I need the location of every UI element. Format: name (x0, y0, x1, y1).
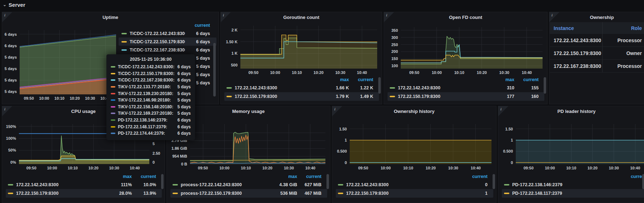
legend-scrollbar[interactable] (493, 174, 495, 189)
svg-text:10:30: 10:30 (335, 70, 345, 75)
table-header-instance[interactable]: Instance (550, 25, 602, 31)
panel-open-fd-count: i Open FD count 09:5010:0010:1010:2010:3… (384, 12, 548, 104)
panel-title[interactable]: Open FD count (395, 15, 536, 20)
pd-leader-chart[interactable]: 09:5010:0010:1010:2010:3010:401.5010.500… (499, 115, 644, 170)
legend-header[interactable]: current (514, 77, 539, 82)
legend-value: 10.0% (132, 182, 156, 187)
legend-series-name[interactable]: TiCDC-172.22.150.179:8300 (130, 39, 185, 44)
series-color-dash (111, 113, 115, 114)
legend-header[interactable]: current (132, 174, 156, 179)
legend-series-name[interactable]: process-172.22.150.179:8300 (181, 191, 273, 196)
panel-info-icon[interactable] (498, 106, 508, 116)
tooltip-series-name: TiKV-172.22.146.98:20180: (118, 98, 171, 103)
series-color-dash (504, 184, 509, 185)
legend-scrollbar[interactable] (161, 174, 164, 189)
tooltip-series-name: TiCDC-172.22.167.238:8300: (118, 78, 175, 83)
panel-info-icon[interactable] (221, 12, 231, 22)
tooltip-series-name: TiCDC-172.22.142.243:8300: (118, 64, 175, 69)
panel-title[interactable]: Ownership history (343, 109, 485, 114)
panel-info-icon[interactable] (332, 106, 342, 116)
legend-header[interactable]: current (468, 174, 488, 179)
legend-row[interactable]: process-172.22.142.243:83004.38 GiB627 M… (170, 180, 327, 189)
legend-scrollbar[interactable] (326, 174, 329, 189)
legend-row[interactable]: process-172.22.150.179:8300536 MiB467 Mi… (170, 189, 327, 198)
legend-row[interactable]: 172.22.150.179:83001 (336, 189, 493, 198)
legend-headers: current (119, 21, 216, 29)
panel-title[interactable]: Uptime (13, 15, 208, 20)
legend-row[interactable]: TiCDC-172.22.167.238:83006 days (119, 46, 216, 54)
graph-tooltip: 2025-11-25 10:36:00 TiCDC-172.22.142.243… (106, 54, 195, 140)
tooltip-series-name: TiKV-172.22.139.230:20180: (118, 91, 173, 96)
legend-row[interactable]: 172.22.142.243:83000 (336, 180, 493, 189)
svg-text:954 MiB: 954 MiB (172, 154, 187, 158)
legend-header[interactable]: current (185, 23, 210, 28)
tooltip-row: TiCDC-172.22.142.243:8300: 6 days (111, 64, 191, 70)
legend-value: 1.66 K (325, 85, 349, 90)
panel-title[interactable]: Ownership (560, 15, 644, 20)
chevron-down-icon: ⌄ (3, 2, 6, 7)
row-header-server[interactable]: ⌄ Server (3, 2, 25, 8)
legend-series-name[interactable]: 172.22.142.243:8300 (235, 85, 325, 90)
legend-series-name[interactable]: 172.22.150.179:8300 (235, 94, 325, 99)
tooltip-series-value: 5 days (175, 91, 191, 96)
legend-series-name[interactable]: PD-172.22.138.146:2379 (512, 182, 626, 187)
legend-row[interactable]: PD-172.22.138.146:2379 (502, 180, 644, 189)
legend-header[interactable]: max (490, 77, 514, 82)
tooltip-series-value: 6 days (175, 124, 191, 129)
openfd-chart[interactable]: 09:5010:0010:1010:2010:3010:403503002502… (384, 21, 548, 76)
legend-row[interactable]: 172.22.142.243:8300310155 (388, 84, 544, 92)
legend-row[interactable]: 172.22.142.243:83001.66 K1.22 K (224, 84, 379, 92)
legend-row[interactable]: 172.22.150.179:830028.0%13.9% (6, 189, 162, 198)
legend-scrollbar[interactable] (544, 77, 546, 94)
tooltip-series-value: 6 days (175, 78, 191, 83)
instance-cell: 172.22.150.179:8300 (550, 50, 602, 56)
legend-value: 111% (108, 182, 132, 187)
table-header-role[interactable]: Role (602, 22, 644, 34)
legend-series-name[interactable]: 172.22.142.243:8300 (398, 85, 490, 90)
tooltip-row: TiKV-172.22.158.148:20180: 5 days (111, 104, 191, 110)
legend-row[interactable]: TiCDC-172.22.142.243:83006 days (119, 29, 216, 38)
legend-row[interactable]: TiCDC-172.22.150.179:83006 days (119, 38, 216, 46)
legend-series-name[interactable]: TiCDC-172.22.142.243:8300 (130, 31, 185, 36)
svg-text:10:40: 10:40 (130, 166, 140, 170)
svg-text:0%: 0% (10, 160, 16, 164)
legend-series-name[interactable]: PD-172.22.148.117:2379 (512, 191, 626, 196)
panel-title[interactable]: Memory usage (178, 109, 319, 114)
legend-header[interactable]: max (325, 77, 349, 82)
legend-series-name[interactable]: 172.22.150.179:8300 (16, 191, 108, 196)
panel-info-icon[interactable] (2, 106, 12, 116)
dashboard: ⌄ Server i Uptime 09:5010:0010:1010:2010… (0, 0, 644, 203)
legend-row[interactable]: 172.22.150.179:8300177160 (388, 92, 544, 101)
panel-info-icon[interactable] (384, 12, 394, 22)
svg-text:09:50: 09:50 (358, 166, 368, 170)
uptime-chart[interactable]: 09:5010:0010:1010:2010:3010:406 days6 da… (3, 21, 117, 104)
ownership-history-chart[interactable]: 09:5010:0010:1010:2010:3010:401.5010.500… (333, 115, 496, 170)
legend-scrollbar[interactable] (213, 43, 216, 96)
goroutine-chart[interactable]: 09:5010:0010:1010:2010:3010:402 K1.50 K1… (221, 21, 382, 76)
panel-info-icon[interactable] (2, 12, 12, 22)
legend-header[interactable]: current (297, 174, 321, 179)
panel-title[interactable]: Goroutine count (231, 15, 371, 20)
svg-text:10:40: 10:40 (630, 166, 640, 170)
svg-text:0.500: 0.500 (337, 149, 347, 153)
legend-series-name[interactable]: 172.22.142.243:8300 (346, 182, 468, 187)
legend-scrollbar[interactable] (378, 77, 381, 94)
legend-header[interactable]: max (273, 174, 297, 179)
table-header-row[interactable]: Instance Role (550, 22, 644, 34)
legend-series-name[interactable]: 172.22.142.243:8300 (16, 182, 108, 187)
legend-series-name[interactable]: process-172.22.142.243:8300 (181, 182, 273, 187)
legend-row[interactable]: 172.22.142.243:8300111%10.0% (6, 180, 162, 189)
legend-header[interactable]: current (349, 77, 373, 82)
svg-text:2.50: 2.50 (153, 151, 160, 155)
legend-header[interactable]: max (108, 174, 132, 179)
panel-title[interactable]: PD leader history (509, 109, 644, 114)
legend-series-name[interactable]: 172.22.150.179:8300 (346, 191, 468, 196)
legend-series-name[interactable]: 172.22.150.179:8300 (398, 94, 490, 99)
legend-header[interactable]: current (626, 174, 644, 179)
legend-row[interactable]: PD-172.22.148.117:2379 (502, 189, 644, 198)
legend-series-name[interactable]: TiCDC-172.22.167.238:8300 (130, 48, 185, 53)
legend-scrollbar[interactable] (642, 174, 644, 189)
tooltip-series-value: 6 days (175, 118, 191, 123)
legend-row[interactable]: 172.22.150.179:83001.79 K1.49 K (224, 92, 379, 101)
panel-info-icon[interactable] (549, 12, 559, 22)
